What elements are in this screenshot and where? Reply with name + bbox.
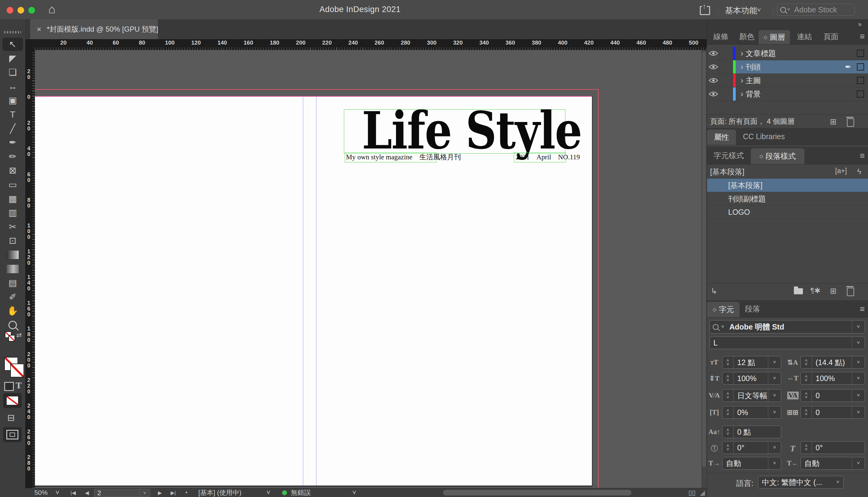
pages-fit-icon[interactable]: ▯▯ [688, 489, 696, 497]
layer-visibility-toggle[interactable] [707, 87, 720, 101]
layer-lock-cell[interactable] [720, 87, 733, 101]
pen-tool[interactable]: ✒ [0, 136, 25, 149]
subtitle-left-text-frame[interactable]: My own style magazine 生活風格月刊 [345, 153, 436, 162]
tab-links[interactable]: 連結 [797, 29, 812, 44]
document-tab[interactable]: × *封面模版.indd @ 50% [GPU 預覽] [30, 19, 158, 39]
zoom-window-button[interactable] [28, 7, 35, 14]
last-page-button[interactable]: ▶| [171, 489, 176, 497]
horizontal-scrollbar-thumb[interactable] [443, 490, 631, 496]
preflight-preset-value[interactable]: [基本] (使用中) [198, 489, 241, 497]
layer-visibility-toggle[interactable] [707, 47, 720, 60]
formatting-affects-text-button[interactable]: T [16, 380, 22, 390]
vertical-scale-field[interactable]: ˄˅ 100% ˅ [722, 372, 781, 385]
free-transform-tool[interactable]: ⊡ [0, 234, 25, 247]
frame-tool[interactable]: ⊠ [0, 164, 25, 177]
vertical-grid-tool[interactable]: ▥ [0, 206, 25, 219]
close-document-icon[interactable]: × [37, 25, 41, 34]
expand-layer-icon[interactable]: › [741, 75, 743, 85]
rectangle-tool[interactable]: ▭ [0, 178, 25, 191]
stroke-swatch[interactable] [10, 364, 24, 378]
font-size-field[interactable]: ˄˅ 12 點 ˅ [722, 356, 781, 369]
character-rotation-field[interactable]: ˄˅ 0° ˅ [722, 441, 781, 454]
scissors-tool[interactable]: ✂ [0, 220, 25, 233]
next-page-button[interactable]: ▶ [158, 489, 162, 497]
skew-field[interactable]: ˄˅ 0° [800, 441, 865, 454]
pencil-tool[interactable]: ✏ [0, 150, 25, 163]
tab-character-styles[interactable]: 字元樣式 [714, 147, 744, 164]
layer-name[interactable]: 刊頭 [746, 62, 845, 72]
hand-tool[interactable]: ✋ [0, 304, 25, 317]
font-size-stepper[interactable]: ˄˅ [723, 356, 733, 368]
v-ruler[interactable]: 2002040608010012014016018020022024026028… [25, 50, 35, 488]
stroke-swatch-small[interactable] [9, 335, 15, 342]
tracking-stepper[interactable]: ˄˅ [801, 389, 812, 401]
h-ruler[interactable]: 2040608010012014016018020022024026028030… [35, 39, 707, 50]
tab-paragraph[interactable]: 段落 [745, 300, 760, 317]
ruler-origin-box[interactable] [25, 39, 35, 50]
screen-mode-button[interactable] [3, 427, 22, 442]
panel-menu-icon[interactable]: ≡ [860, 304, 865, 314]
preflight-preset-chevron-icon[interactable]: ˅ [266, 489, 272, 497]
gap-tool[interactable]: ↔ [0, 80, 25, 93]
grid-jidori-field[interactable]: ˄˅ 0 ˅ [800, 406, 865, 419]
swap-fill-stroke-icon[interactable]: ⇄ [16, 331, 22, 339]
apply-none-button[interactable] [3, 393, 22, 408]
tracking-field[interactable]: ˄˅ 0 ˅ [800, 389, 865, 402]
vertical-scale-stepper[interactable]: ˄˅ [723, 372, 733, 384]
page-tool[interactable]: ❏ [0, 66, 25, 79]
eyedropper-tool[interactable]: ✐ [0, 290, 25, 303]
layer-lock-cell[interactable] [720, 74, 733, 87]
baseline-shift-field[interactable]: ˄˅ 0 點 [722, 426, 781, 438]
layer-lock-cell[interactable] [720, 47, 733, 60]
search-scope-chevron-icon[interactable]: ˅ [787, 7, 790, 12]
layer-target-box[interactable] [857, 90, 864, 98]
preflight-icon[interactable]: ◔ [184, 489, 188, 497]
view-options-icon[interactable]: ⊟ [7, 413, 15, 422]
preflight-status-text[interactable]: 無錯誤 [291, 489, 311, 497]
clear-overrides-icon[interactable]: ¶✱ [810, 286, 821, 295]
zoom-level-value[interactable]: 50% [34, 489, 47, 497]
note-tool[interactable]: ▤ [0, 276, 25, 289]
minimize-window-button[interactable] [17, 7, 24, 14]
tab-properties[interactable]: 屬性 [707, 129, 736, 145]
panel-menu-icon[interactable]: ≡ [860, 151, 865, 160]
document-canvas[interactable]: Life Style My own style magazine 生活風格月刊 … [35, 50, 701, 488]
direct-selection-tool[interactable]: ◤ [0, 52, 25, 65]
aki-before-select[interactable]: 自動 ˅ [722, 457, 781, 470]
new-style-icon[interactable]: ⊞ [830, 286, 837, 296]
layer-name[interactable]: 背景 [746, 89, 857, 99]
gradient-feather-tool[interactable] [0, 262, 25, 275]
layer-visibility-toggle[interactable] [707, 74, 720, 87]
workspace-chevron-icon[interactable]: ˅ [757, 6, 761, 14]
horizontal-grid-tool[interactable]: ▦ [0, 192, 25, 205]
tsume-field[interactable]: ˄˅ 0% ˅ [722, 406, 781, 419]
column-guide[interactable] [303, 97, 303, 485]
expand-layer-icon[interactable]: › [741, 62, 743, 72]
new-style-group-icon[interactable] [794, 288, 803, 294]
horizontal-scale-stepper[interactable]: ˄˅ [801, 372, 812, 384]
horizontal-scale-field[interactable]: ˄˅ 100% ˅ [800, 372, 865, 385]
tab-character[interactable]: ◇ 字元 [707, 302, 740, 317]
delete-layer-icon[interactable] [847, 118, 854, 127]
layer-row[interactable]: › 文章標題 [707, 47, 868, 60]
layer-row[interactable]: › 背景 [707, 87, 868, 101]
skew-stepper[interactable]: ˄˅ [801, 442, 812, 454]
home-icon[interactable]: ⌂ [48, 2, 55, 16]
tab-pages[interactable]: 頁面 [823, 29, 839, 44]
layer-target-box[interactable] [857, 63, 864, 70]
vertical-scrollbar[interactable] [701, 50, 707, 488]
collapse-right-dock-icon[interactable]: » [858, 20, 861, 28]
style-row-selected[interactable]: [基本段落] [707, 179, 868, 192]
toolbar-grip[interactable] [4, 31, 21, 33]
zoom-tool[interactable] [0, 318, 25, 332]
style-row[interactable]: 刊頭副標題 [707, 192, 868, 206]
new-layer-icon[interactable]: ⊞ [830, 117, 837, 127]
tab-color[interactable]: 顏色 [739, 29, 754, 44]
layer-name[interactable]: 文章標題 [746, 48, 857, 58]
layer-target-box[interactable] [857, 77, 864, 84]
tab-cc-libraries[interactable]: CC Libraries [743, 128, 785, 145]
selection-tool[interactable]: ↖ [2, 38, 23, 51]
spine-guide[interactable] [316, 97, 317, 485]
font-style-select[interactable]: L ˅ [710, 337, 865, 349]
character-rotation-stepper[interactable]: ˄˅ [723, 442, 733, 454]
